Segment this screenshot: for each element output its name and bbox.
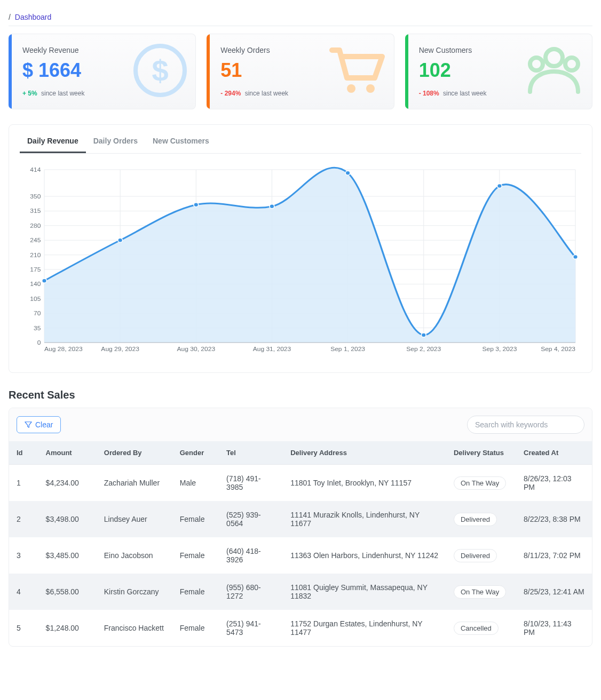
table-cell: 11081 Quigley Summit, Massapequa, NY 118… (283, 574, 446, 610)
recent-sales-title: Recent Sales (9, 389, 592, 401)
svg-text:140: 140 (30, 281, 41, 287)
status-badge: On The Way (454, 585, 506, 599)
svg-text:280: 280 (30, 222, 41, 228)
table-cell: 8/26/23, 12:03 PM (516, 465, 592, 502)
svg-text:175: 175 (30, 267, 41, 273)
stats-row: Weekly Revenue $ 1664 + 5% since last we… (9, 34, 592, 109)
svg-text:Sep 2, 2023: Sep 2, 2023 (406, 346, 441, 352)
svg-text:Sep 3, 2023: Sep 3, 2023 (482, 346, 517, 352)
table-row[interactable]: 1$4,234.00Zachariah MullerMale(718) 491-… (9, 465, 592, 502)
table-cell: 8/10/23, 11:43 PM (516, 610, 592, 646)
table-head: IdAmountOrdered ByGenderTelDelivery Addr… (9, 441, 592, 465)
search-input[interactable] (467, 416, 584, 434)
svg-text:245: 245 (30, 237, 41, 243)
table-cell: $1,248.00 (38, 610, 97, 646)
table-header-cell[interactable]: Delivery Status (446, 441, 516, 465)
stat-change-label: since last week (443, 90, 486, 97)
table-cell: Francisco Hackett (97, 610, 172, 646)
svg-point-40 (118, 238, 123, 242)
chart-area: 03570105140175210245280315350414Aug 28, … (20, 164, 581, 356)
table-cell: 5 (9, 610, 38, 646)
chart-tabs: Daily Revenue Daily Orders New Customers (20, 130, 581, 154)
tab-new-customers[interactable]: New Customers (145, 130, 217, 153)
svg-text:315: 315 (30, 208, 41, 214)
recent-sales-panel: Clear IdAmountOrdered ByGenderTelDeliver… (9, 408, 592, 647)
table-cell: $4,234.00 (38, 465, 97, 502)
tab-daily-revenue[interactable]: Daily Revenue (20, 130, 86, 153)
table-cell: Female (172, 501, 219, 537)
table-cell: Lindsey Auer (97, 501, 172, 537)
table-cell: 11752 Durgan Estates, Lindenhurst, NY 11… (283, 610, 446, 646)
svg-text:35: 35 (34, 325, 41, 331)
table-body: 1$4,234.00Zachariah MullerMale(718) 491-… (9, 465, 592, 647)
tab-daily-orders[interactable]: Daily Orders (86, 130, 145, 153)
svg-point-45 (497, 184, 502, 188)
table-cell: 8/22/23, 8:38 PM (516, 501, 592, 537)
table-cell: $6,558.00 (38, 574, 97, 610)
svg-text:Aug 31, 2023: Aug 31, 2023 (253, 346, 291, 352)
table-cell: 8/11/23, 7:02 PM (516, 537, 592, 574)
table-cell: 1 (9, 465, 38, 502)
table-row[interactable]: 5$1,248.00Francisco HackettFemale(251) 9… (9, 610, 592, 646)
table-toolbar: Clear (9, 408, 592, 441)
table-cell: Cancelled (446, 610, 516, 646)
stat-card-new-customers: New Customers 102 - 108% since last week (405, 34, 592, 109)
status-badge: Delivered (454, 513, 497, 526)
table-header-cell[interactable]: Id (9, 441, 38, 465)
table-cell: 3 (9, 537, 38, 574)
table-header-cell[interactable]: Tel (219, 441, 283, 465)
stat-change-pct: + 5% (22, 90, 37, 97)
table-cell: Female (172, 537, 219, 574)
svg-text:105: 105 (30, 296, 41, 301)
svg-point-4 (545, 49, 563, 66)
table-header-cell[interactable]: Gender (172, 441, 219, 465)
table-header-cell[interactable]: Delivery Address (283, 441, 446, 465)
table-header-cell[interactable]: Ordered By (97, 441, 172, 465)
svg-point-46 (573, 255, 578, 259)
clear-button[interactable]: Clear (17, 416, 61, 433)
table-cell: 11801 Toy Inlet, Brooklyn, NY 11157 (283, 465, 446, 502)
svg-point-6 (565, 58, 578, 70)
table-cell: On The Way (446, 574, 516, 610)
table-cell: 11363 Olen Harbors, Lindenhurst, NY 1124… (283, 537, 446, 574)
svg-text:Sep 4, 2023: Sep 4, 2023 (541, 346, 575, 352)
svg-text:Aug 30, 2023: Aug 30, 2023 (177, 346, 216, 352)
svg-point-42 (270, 204, 274, 209)
svg-point-5 (530, 58, 543, 70)
table-cell: Delivered (446, 501, 516, 537)
stat-change-label: since last week (245, 90, 288, 97)
table-row[interactable]: 2$3,498.00Lindsey AuerFemale(525) 939-05… (9, 501, 592, 537)
table-row[interactable]: 4$6,558.00Kirstin GorczanyFemale(955) 68… (9, 574, 592, 610)
table-cell: (640) 418-3926 (219, 537, 283, 574)
stat-card-weekly-orders: Weekly Orders 51 - 294% since last week (207, 34, 394, 109)
svg-point-44 (421, 333, 426, 337)
status-badge: On The Way (454, 476, 506, 490)
table-header-cell[interactable]: Created At (516, 441, 592, 465)
svg-text:210: 210 (30, 252, 41, 258)
table-cell: On The Way (446, 465, 516, 502)
status-badge: Cancelled (454, 622, 499, 635)
breadcrumb-separator: / (9, 13, 11, 21)
table-cell: Female (172, 574, 219, 610)
breadcrumb-dashboard-link[interactable]: Dashboard (15, 13, 52, 21)
table-header-cell[interactable]: Amount (38, 441, 97, 465)
dollar-icon: $ (133, 44, 187, 99)
table-cell: (251) 941-5473 (219, 610, 283, 646)
svg-text:Aug 29, 2023: Aug 29, 2023 (101, 346, 139, 352)
svg-text:Sep 1, 2023: Sep 1, 2023 (330, 346, 365, 352)
table-cell: Delivered (446, 537, 516, 574)
svg-text:350: 350 (30, 194, 41, 200)
table-row[interactable]: 3$3,485.00Eino JacobsonFemale(640) 418-3… (9, 537, 592, 574)
cart-icon (328, 44, 385, 99)
svg-point-3 (366, 84, 375, 93)
clear-button-label: Clear (35, 420, 53, 429)
table-cell: $3,485.00 (38, 537, 97, 574)
recent-sales-table: IdAmountOrdered ByGenderTelDelivery Addr… (9, 441, 592, 646)
svg-point-39 (42, 279, 47, 283)
chart-panel: Daily Revenue Daily Orders New Customers… (9, 124, 592, 373)
table-cell: $3,498.00 (38, 501, 97, 537)
table-cell: 4 (9, 574, 38, 610)
table-cell: 8/25/23, 12:41 AM (516, 574, 592, 610)
breadcrumb: / Dashboard (9, 9, 592, 26)
users-icon (525, 45, 583, 98)
